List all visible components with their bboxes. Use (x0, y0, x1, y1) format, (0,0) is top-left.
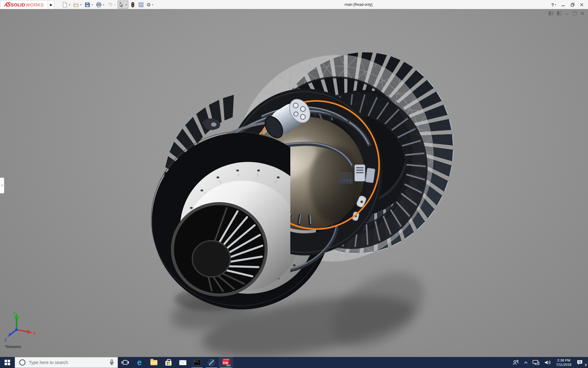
cortana-icon (19, 359, 25, 366)
pane-toggle-right-icon[interactable]: ▶ (557, 11, 562, 15)
stoplight-icon (130, 2, 136, 8)
taskbar-search[interactable] (15, 357, 118, 368)
windows-taskbar: e C:\_ SW 2017 (0, 357, 588, 368)
network-button[interactable] (530, 357, 542, 368)
windows-logo-icon (5, 360, 10, 365)
document-title: main [Read-only] (345, 2, 372, 7)
store-button[interactable] (161, 357, 175, 368)
title-bar: ʎS SOLIDWORKS ▶ ▾ ▾ ▾ (0, 0, 588, 9)
pin-icon (1, 184, 3, 186)
rebuild-stoplight-button[interactable] (129, 1, 137, 9)
close-button[interactable] (580, 3, 584, 7)
open-folder-icon (73, 2, 79, 8)
document-minimize-button[interactable] (565, 11, 569, 15)
print-dropdown[interactable]: ▾ (102, 3, 105, 6)
undo-dropdown[interactable]: ▾ (114, 3, 116, 6)
select-tool-dropdown[interactable]: ▾ (125, 3, 127, 6)
options-button[interactable]: ⚙ ▾ (145, 1, 155, 9)
dassault-3ds-logo-icon: ʎS (4, 1, 10, 8)
solidworks-logo[interactable]: ʎS SOLIDWORKS (0, 0, 48, 9)
hexagon-app-icon (208, 359, 216, 366)
quick-access-toolbar: ▾ ▾ ▾ ▾ (61, 0, 155, 9)
solidworks-app-button[interactable]: SW 2017 (219, 357, 233, 368)
mail-button[interactable] (175, 357, 190, 368)
document-restore-button[interactable] (573, 11, 577, 15)
task-view-icon (121, 359, 129, 366)
file-properties-icon (138, 2, 144, 8)
search-input[interactable] (29, 360, 108, 365)
new-document-dropdown[interactable]: ▾ (68, 3, 71, 6)
action-center-icon (576, 359, 584, 366)
hidden-icons-button[interactable] (522, 357, 530, 368)
solidworks-icon-year: 2017 (226, 364, 231, 366)
triad-z-label: Z (4, 338, 7, 342)
task-view-button[interactable] (118, 357, 132, 368)
speaker-icon (544, 360, 551, 365)
file-explorer-button[interactable] (147, 357, 161, 368)
edge-button[interactable]: e (132, 357, 147, 368)
print-button[interactable]: ▾ (95, 1, 106, 9)
options-dropdown[interactable]: ▾ (151, 3, 154, 6)
solidworks-2017-icon: SW 2017 (221, 358, 231, 367)
solidworks-icon-letters: SW (223, 361, 228, 365)
reference-triad[interactable]: Y X Z (2, 310, 39, 342)
graphics-viewport[interactable]: ◀ ▶ Y X Z *Dimetric (0, 9, 588, 357)
restore-button[interactable] (571, 3, 575, 7)
printer-icon (96, 2, 102, 8)
hexagon-app-button[interactable] (204, 357, 219, 368)
save-button[interactable]: ▾ (84, 1, 94, 9)
chevron-up-icon (524, 361, 528, 364)
file-properties-button[interactable] (137, 1, 145, 9)
edge-icon: e (137, 358, 142, 367)
undo-arrow-icon (107, 2, 113, 8)
help-dropdown[interactable]: ▾ (555, 3, 556, 6)
help-icon: ? (551, 2, 554, 7)
brand-name-light: WORKS (26, 2, 44, 7)
expand-menu-arrow[interactable]: ▶ (48, 0, 55, 9)
feature-manager-collapsed-tab[interactable] (0, 178, 4, 194)
tray-date: 7/11/2018 (556, 362, 571, 367)
triad-x-label: X (33, 331, 36, 335)
open-document-button[interactable]: ▾ (72, 1, 83, 9)
triad-y-label: Y (13, 311, 16, 316)
microsoft-store-icon (165, 361, 172, 366)
start-button[interactable] (0, 357, 15, 368)
new-document-icon (62, 2, 68, 8)
view-orientation-label: *Dimetric (5, 345, 22, 349)
help-button[interactable]: ? ▾ (551, 2, 556, 7)
system-tray: 2:38 PM 7/11/2018 3 (510, 357, 588, 368)
clock[interactable]: 2:38 PM 7/11/2018 (553, 358, 574, 367)
jet-engine-3d-model[interactable] (0, 10, 588, 357)
gear-icon: ⚙ (146, 2, 151, 8)
people-icon (512, 359, 519, 366)
brand-name-bold: SOLID (11, 2, 25, 7)
document-window-controls: ◀ ▶ (549, 11, 585, 15)
select-tool-button[interactable]: ▾ (118, 1, 128, 9)
open-document-dropdown[interactable]: ▾ (80, 3, 82, 6)
microphone-icon[interactable] (108, 359, 116, 366)
pane-toggle-left-icon[interactable]: ◀ (549, 11, 553, 15)
undo-button[interactable]: ▾ (106, 1, 117, 9)
people-button[interactable] (510, 357, 522, 368)
volume-button[interactable] (542, 357, 553, 368)
ethernet-icon (532, 360, 540, 365)
minimize-button[interactable] (561, 3, 565, 7)
file-explorer-icon (150, 360, 157, 365)
tray-time: 2:38 PM (557, 358, 570, 362)
mail-icon (179, 360, 187, 365)
command-prompt-icon: C:\_ (194, 360, 201, 366)
action-center-button[interactable]: 3 (574, 357, 588, 368)
save-floppy-icon (85, 2, 90, 8)
command-prompt-glyph: C:\_ (194, 360, 200, 363)
save-dropdown[interactable]: ▾ (91, 3, 93, 6)
new-document-button[interactable]: ▾ (61, 1, 72, 9)
command-prompt-button[interactable]: C:\_ (190, 357, 204, 368)
window-controls: ? ▾ (551, 0, 584, 9)
notification-badge: 3 (584, 363, 588, 367)
document-close-button[interactable] (580, 11, 585, 15)
select-cursor-icon (119, 2, 124, 8)
